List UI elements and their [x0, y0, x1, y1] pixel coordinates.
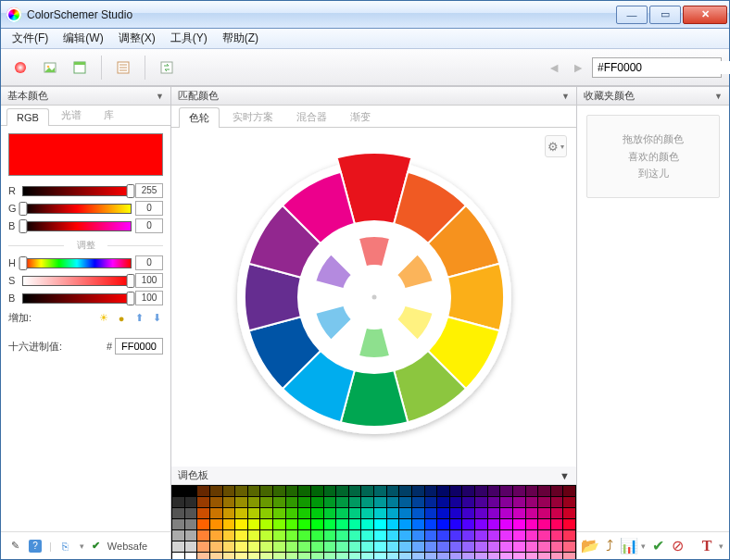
panel-header-fav[interactable]: 收藏夹颜色 ▼	[577, 87, 729, 106]
menu-edit[interactable]: 编辑(W)	[56, 29, 110, 48]
palette-body[interactable]	[171, 485, 576, 559]
track-h[interactable]	[22, 258, 132, 268]
sun-dim-icon[interactable]: ●	[115, 312, 128, 325]
panel-title-fav: 收藏夹颜色	[584, 89, 635, 103]
menu-file[interactable]: 文件(F)	[5, 29, 56, 48]
tab-live[interactable]: 实时方案	[222, 106, 283, 127]
track-g[interactable]	[22, 204, 132, 214]
track-s[interactable]	[22, 276, 132, 286]
text-tool-icon[interactable]: T	[699, 539, 714, 554]
panel-header-palette[interactable]: 调色板 ▼	[171, 467, 576, 485]
color-wheel-area[interactable]: ⚙▾	[171, 128, 576, 467]
help-icon[interactable]: ?	[29, 540, 42, 553]
subtab-library[interactable]: 库	[94, 105, 124, 125]
tool-browser-icon[interactable]	[68, 56, 92, 80]
value-g[interactable]: 0	[135, 201, 163, 216]
app-window: ColorSchemer Studio — ▭ ✕ 文件(F) 编辑(W) 调整…	[0, 0, 730, 560]
chevron-down-icon: ▼	[714, 92, 723, 101]
left-subtabs: RGB 光谱 库	[1, 106, 170, 126]
label-s: S	[8, 275, 19, 286]
nav-back-icon[interactable]: ◄	[544, 60, 564, 75]
nav-forward-icon[interactable]: ►	[568, 60, 588, 75]
label-b: B	[8, 220, 19, 231]
arrow-up-icon[interactable]: ⬆	[132, 312, 145, 325]
tab-gradient[interactable]: 渐变	[340, 106, 381, 127]
slider-b[interactable]: B 0	[8, 218, 163, 233]
hex-prefix: #	[107, 341, 112, 352]
close-button[interactable]: ✕	[683, 6, 727, 24]
subtab-spectrum[interactable]: 光谱	[51, 105, 92, 125]
tab-mixer[interactable]: 混合器	[286, 106, 337, 127]
fav-line1: 拖放你的颜色	[623, 131, 684, 148]
wheel-settings-icon[interactable]: ⚙▾	[545, 135, 567, 157]
right-footer: 📂 ⤴ 📊 ▾ ✔ ⊘ T ▾	[577, 531, 729, 559]
panel-title-match: 匹配颜色	[178, 89, 219, 103]
slider-s[interactable]: S 100	[8, 273, 163, 288]
track-b[interactable]	[22, 221, 132, 231]
minimize-button[interactable]: —	[616, 6, 648, 24]
hex-label: 十六进制值:	[8, 340, 62, 354]
eyedropper-icon[interactable]: ✎	[8, 540, 21, 553]
toolbar: ◄ ► ▼	[1, 49, 729, 86]
menubar: 文件(F) 编辑(W) 调整(X) 工具(Y) 帮助(Z)	[1, 29, 729, 49]
main-columns: 基本颜色 ▼ RGB 光谱 库 R 255 G 0	[1, 86, 729, 559]
hex-input[interactable]	[595, 61, 730, 74]
arrow-down-icon[interactable]: ⬇	[150, 312, 163, 325]
panel-favorites: 收藏夹颜色 ▼ 拖放你的颜色 喜欢的颜色 到这儿 📂 ⤴ 📊 ▾ ✔ ⊘ T ▾	[577, 87, 729, 559]
websafe-check-icon: ✔	[92, 540, 100, 552]
chevron-down-icon: ▼	[156, 92, 164, 101]
titlebar: ColorSchemer Studio — ▭ ✕	[1, 1, 729, 29]
sun-bright-icon[interactable]: ☀	[97, 312, 110, 325]
value-h[interactable]: 0	[135, 255, 163, 270]
tab-wheel[interactable]: 色轮	[179, 107, 220, 128]
svg-rect-6	[161, 62, 172, 73]
slider-h[interactable]: H 0	[8, 255, 163, 270]
tool-image-icon[interactable]	[38, 56, 62, 80]
color-wheel[interactable]	[226, 149, 522, 445]
slider-r[interactable]: R 255	[8, 183, 163, 198]
tool-list-icon[interactable]	[111, 56, 135, 80]
value-r[interactable]: 255	[135, 183, 163, 198]
hex-display[interactable]: ▼	[592, 57, 722, 78]
copy-icon[interactable]: ⎘	[59, 540, 72, 553]
track-bv[interactable]	[22, 293, 132, 304]
websafe-label: Websafe	[107, 541, 147, 552]
hex-row: 十六进制值: #	[8, 338, 163, 355]
toolbar-separator	[101, 56, 102, 80]
favorites-dropzone[interactable]: 拖放你的颜色 喜欢的颜色 到这儿	[586, 115, 720, 198]
chart-icon[interactable]: 📊	[622, 539, 636, 554]
slider-g[interactable]: G 0	[8, 201, 163, 216]
panel-title-base: 基本颜色	[7, 89, 48, 103]
menu-help[interactable]: 帮助(Z)	[215, 29, 266, 48]
panel-header-base[interactable]: 基本颜色 ▼	[1, 87, 170, 106]
allow-icon[interactable]: ✔	[650, 539, 665, 554]
increase-label: 增加:	[8, 311, 31, 325]
label-bv: B	[8, 292, 19, 304]
hex-value-input[interactable]	[115, 338, 163, 355]
chevron-down-icon: ▼	[560, 470, 570, 481]
increase-row: 增加: ☀ ● ⬆ ⬇	[8, 311, 163, 325]
svg-rect-4	[74, 62, 85, 65]
export-icon[interactable]: ⤴	[602, 539, 617, 554]
panel-base-color: 基本颜色 ▼ RGB 光谱 库 R 255 G 0	[1, 87, 171, 559]
svg-point-10	[371, 295, 376, 300]
panel-header-match[interactable]: 匹配颜色 ▼	[171, 87, 576, 106]
track-r[interactable]	[22, 186, 132, 196]
fav-line2: 喜欢的颜色	[628, 148, 679, 166]
forbid-icon[interactable]: ⊘	[670, 539, 685, 554]
chevron-down-icon: ▼	[561, 92, 570, 101]
left-footer: ✎ ? | ⎘ ▾ ✔ Websafe	[1, 531, 170, 559]
menu-tools[interactable]: 工具(Y)	[163, 29, 215, 48]
folder-open-icon[interactable]: 📂	[583, 539, 598, 554]
menu-adjust[interactable]: 调整(X)	[111, 29, 163, 48]
tool-swap-icon[interactable]	[155, 56, 179, 80]
tool-colorwheel-icon[interactable]	[8, 56, 32, 80]
maximize-button[interactable]: ▭	[649, 6, 681, 24]
value-b[interactable]: 0	[135, 218, 163, 233]
subtab-rgb[interactable]: RGB	[6, 108, 49, 126]
value-s[interactable]: 100	[135, 273, 163, 288]
value-bv[interactable]: 100	[135, 291, 163, 305]
current-color-swatch[interactable]	[8, 133, 163, 176]
svg-point-0	[15, 62, 26, 73]
slider-bv[interactable]: B 100	[8, 291, 163, 305]
